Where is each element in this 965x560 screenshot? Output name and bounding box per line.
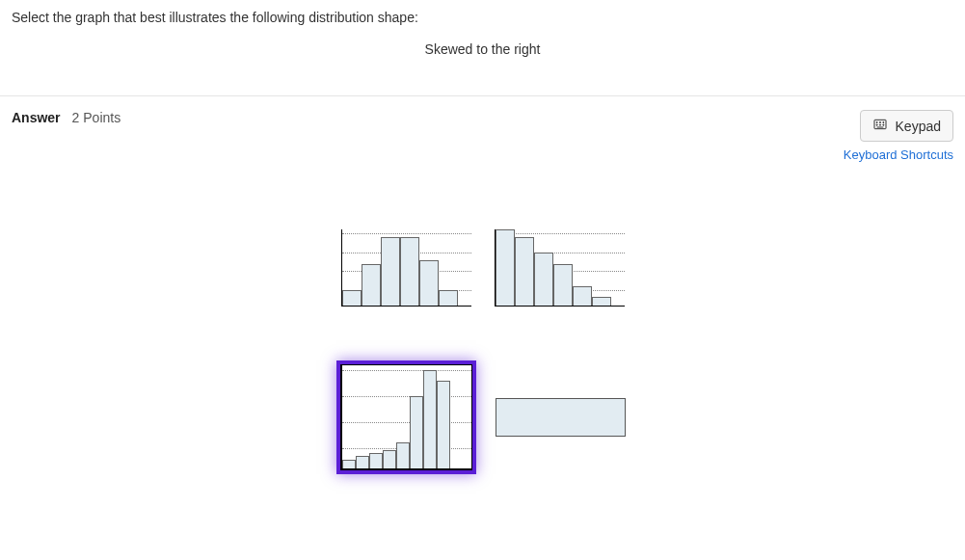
answer-bar: Answer 2 Points Keypad Keyboard Shortcut… bbox=[0, 96, 965, 162]
svg-point-6 bbox=[882, 124, 883, 125]
points-label: 2 Points bbox=[72, 110, 121, 125]
chart-bars bbox=[342, 365, 471, 468]
bar-chart bbox=[341, 365, 471, 469]
choice-option-2[interactable] bbox=[495, 229, 625, 307]
choice-option-1[interactable] bbox=[341, 229, 471, 307]
keyboard-shortcuts-link[interactable]: Keyboard Shortcuts bbox=[844, 147, 953, 162]
answer-label: Answer bbox=[12, 110, 61, 125]
choice-option-4[interactable] bbox=[496, 398, 626, 437]
svg-point-4 bbox=[876, 124, 877, 125]
chart-bars bbox=[342, 229, 471, 306]
keypad-button-label: Keypad bbox=[896, 119, 941, 134]
chart-bars bbox=[496, 229, 625, 306]
keypad-group: Keypad Keyboard Shortcuts bbox=[844, 110, 953, 162]
question-shape: Skewed to the right bbox=[12, 41, 953, 57]
bar-chart bbox=[495, 229, 625, 307]
question-prompt: Select the graph that best illustrates t… bbox=[12, 8, 953, 28]
flat-rectangle-chart bbox=[496, 398, 626, 437]
bar-chart bbox=[341, 229, 471, 307]
svg-point-1 bbox=[876, 121, 877, 122]
keypad-button[interactable]: Keypad bbox=[860, 110, 953, 142]
svg-point-2 bbox=[879, 121, 880, 122]
choice-option-3[interactable] bbox=[340, 364, 472, 470]
keypad-icon bbox=[872, 117, 888, 135]
choice-row-2 bbox=[340, 364, 626, 470]
svg-point-3 bbox=[882, 121, 883, 122]
choices-container bbox=[0, 229, 965, 509]
choice-row-1 bbox=[341, 229, 625, 307]
question-area: Select the graph that best illustrates t… bbox=[0, 0, 965, 95]
svg-point-5 bbox=[879, 124, 880, 125]
